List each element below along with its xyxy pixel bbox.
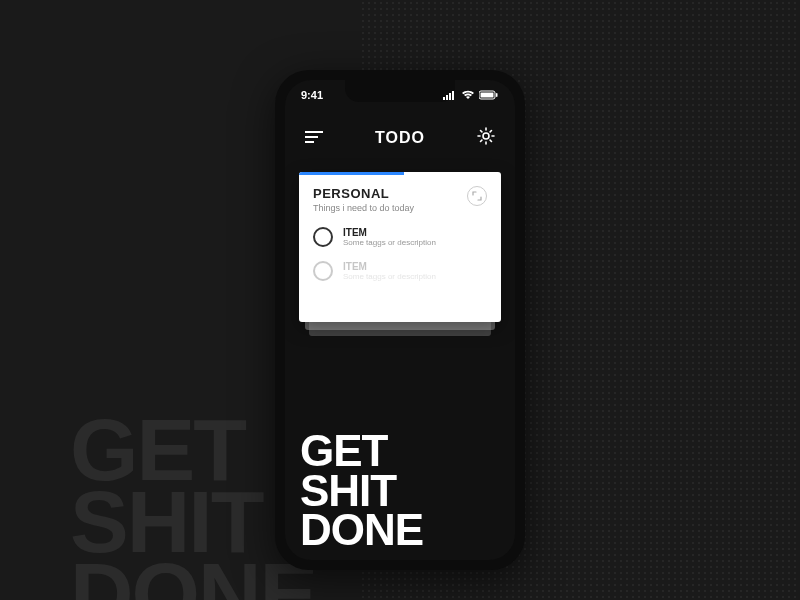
expand-icon [472,187,482,205]
menu-icon [305,129,323,147]
svg-rect-0 [443,97,445,100]
todo-checkbox[interactable] [313,227,333,247]
battery-icon [479,90,499,100]
todo-item[interactable]: ITEM Some taggs or description [313,261,487,281]
slogan-line-3: DONE [300,510,423,550]
signal-icon [443,90,457,100]
card-subtitle: Things i need to do today [313,203,414,213]
svg-rect-6 [496,93,498,97]
expand-button[interactable] [467,186,487,206]
wifi-icon [461,90,475,100]
bg-line-3: DONE [70,558,316,600]
todo-item[interactable]: ITEM Some taggs or description [313,227,487,247]
todo-item-desc: Some taggs or description [343,272,436,281]
status-right [443,90,499,100]
menu-button[interactable] [303,127,325,149]
card-stack: PERSONAL Things i need to do today ITEM … [299,172,501,322]
todo-card[interactable]: PERSONAL Things i need to do today ITEM … [299,172,501,322]
svg-point-10 [483,133,489,139]
todo-item-title: ITEM [343,261,436,272]
svg-rect-9 [305,141,314,143]
todo-item-title: ITEM [343,227,436,238]
todo-text: ITEM Some taggs or description [343,261,436,281]
todo-checkbox[interactable] [313,261,333,281]
app-title: TODO [375,129,425,147]
slogan: GET SHIT DONE [300,431,423,550]
svg-rect-5 [481,93,494,98]
svg-rect-8 [305,136,318,138]
card-title: PERSONAL [313,186,414,201]
gear-icon [477,127,495,149]
status-time: 9:41 [301,89,323,101]
status-bar: 9:41 [285,86,515,104]
svg-rect-1 [446,95,448,100]
svg-rect-7 [305,131,323,133]
slogan-line-1: GET [300,431,423,471]
svg-rect-3 [452,91,454,100]
todo-item-desc: Some taggs or description [343,238,436,247]
todo-text: ITEM Some taggs or description [343,227,436,247]
svg-rect-2 [449,93,451,100]
app-header: TODO [285,120,515,156]
card-header: PERSONAL Things i need to do today [313,186,487,213]
settings-button[interactable] [475,127,497,149]
